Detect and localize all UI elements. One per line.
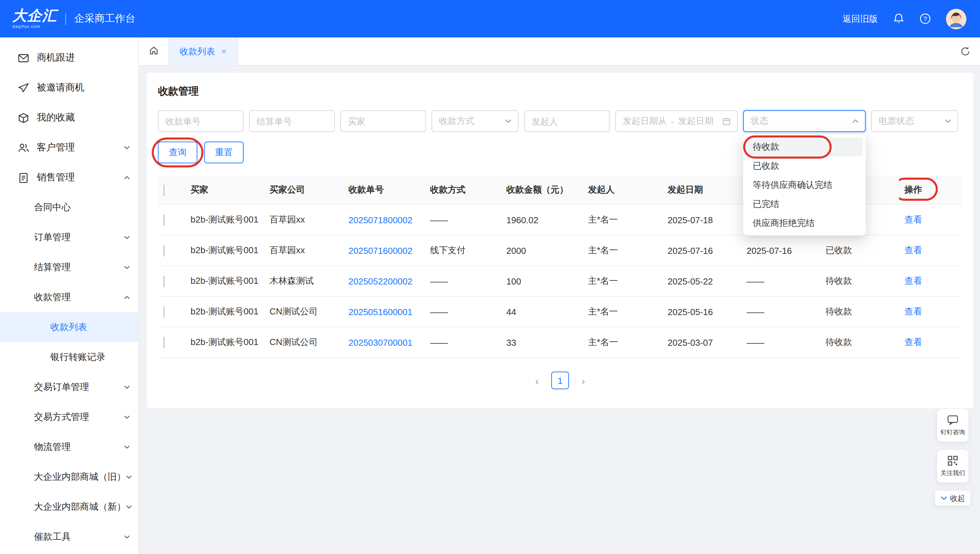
- cell-buyer: b2b-测试账号001: [185, 296, 264, 327]
- chevron-up-icon: [852, 119, 859, 123]
- receipt-no-link[interactable]: 2025052200002: [348, 276, 412, 286]
- receipt-no-input[interactable]: [158, 110, 243, 132]
- reset-button[interactable]: 重置: [204, 142, 243, 163]
- buyer-input[interactable]: [340, 110, 426, 132]
- settlement-no-input[interactable]: [249, 110, 335, 132]
- sidebar-item-receipt-list[interactable]: 收款列表: [0, 312, 138, 342]
- sidebar-item-customer-management[interactable]: 客户管理: [0, 133, 138, 162]
- sidebar-item-label: 大企业内部商城（新）: [34, 501, 126, 513]
- table-row: b2b-测试账号001 木林森测试 2025052200002 —— 100 主…: [158, 266, 962, 296]
- initiator-input[interactable]: [524, 110, 610, 132]
- sidebar-item-label: 物流管理: [34, 441, 71, 453]
- sidebar-item-receipt-management[interactable]: 收款管理: [0, 282, 138, 312]
- payment-method-select[interactable]: 收款方式: [431, 110, 519, 132]
- cell-amount: 44: [501, 296, 582, 327]
- sidebar-item-label: 交易订单管理: [34, 381, 89, 393]
- user-avatar[interactable]: [946, 8, 966, 29]
- cell-initiator: 主*名一: [582, 327, 662, 358]
- refresh-icon[interactable]: [960, 46, 970, 56]
- view-link[interactable]: 查看: [904, 337, 922, 347]
- receipt-no-link[interactable]: 2025071800002: [348, 215, 412, 225]
- sidebar-item-trade-order-management[interactable]: 交易订单管理: [0, 372, 138, 402]
- chat-icon: [947, 414, 959, 426]
- sidebar-item-logistics-management[interactable]: 物流管理: [0, 432, 138, 462]
- chevron-down-icon: [124, 445, 130, 449]
- cell-company: 百草园xx: [264, 205, 343, 235]
- receipt-no-link[interactable]: 2025051600001: [348, 307, 412, 317]
- sidebar-item-label: 被邀请商机: [37, 82, 84, 94]
- row-checkbox[interactable]: [163, 214, 165, 226]
- row-checkbox[interactable]: [163, 275, 165, 287]
- chevron-down-icon: [124, 535, 130, 539]
- help-icon[interactable]: ?: [920, 13, 931, 24]
- initiate-date-range-picker[interactable]: 发起日期从 - 发起日期: [615, 110, 738, 132]
- tab-receipt-list[interactable]: 收款列表 ×: [169, 37, 238, 65]
- dingtalk-consult-button[interactable]: 钉钉咨询: [937, 409, 969, 442]
- dingtalk-consult-label: 钉钉咨询: [940, 428, 965, 437]
- pagination-prev[interactable]: ‹: [528, 372, 546, 389]
- pagination-next[interactable]: ›: [574, 372, 592, 389]
- status-option-received[interactable]: 已收款: [746, 156, 863, 175]
- tab-close-icon[interactable]: ×: [221, 46, 226, 56]
- view-link[interactable]: 查看: [904, 214, 922, 224]
- sidebar-item-invited-opportunities[interactable]: 被邀请商机: [0, 73, 138, 103]
- sidebar-item-bank-transfer-records[interactable]: 银行转账记录: [0, 342, 138, 372]
- sidebar-item-label: 交易方式管理: [34, 411, 89, 423]
- row-checkbox[interactable]: [163, 337, 165, 348]
- chevron-down-icon: [126, 505, 132, 509]
- cell-company: 百草园xx: [264, 235, 343, 266]
- pagination: ‹ 1 ›: [158, 372, 962, 389]
- receipt-no-link[interactable]: 2025030700001: [348, 337, 412, 347]
- cell-initiator: 主*名一: [582, 205, 662, 235]
- status-option-supplier-rejected[interactable]: 供应商拒绝完结: [746, 214, 863, 233]
- view-link[interactable]: 查看: [904, 245, 922, 255]
- view-link[interactable]: 查看: [904, 306, 922, 317]
- receipt-no-link[interactable]: 2025071600002: [348, 245, 412, 256]
- sidebar-item-label: 收款管理: [34, 291, 71, 304]
- chevron-down-icon: [124, 415, 130, 419]
- cell-method: ——: [425, 266, 501, 296]
- row-checkbox[interactable]: [163, 306, 165, 317]
- sidebar: 商机跟进 被邀请商机 我的收藏 客户管理 销售管理 合同中心: [0, 37, 139, 554]
- content-area: 收款管理 收款方式 发起日期从 -: [139, 66, 980, 554]
- chevron-down-icon: [124, 266, 130, 269]
- sidebar-item-business-follow[interactable]: 商机跟进: [0, 43, 138, 73]
- sidebar-item-internal-mall-new[interactable]: 大企业内部商城（新）: [0, 492, 138, 522]
- tab-home[interactable]: [139, 37, 169, 65]
- bell-icon[interactable]: [893, 13, 904, 24]
- sidebar-item-label: 销售管理: [37, 172, 75, 184]
- follow-us-button[interactable]: 关注我们: [937, 450, 969, 482]
- sidebar-item-sales-management[interactable]: 销售管理: [0, 162, 138, 193]
- chevron-down-icon: [124, 236, 130, 240]
- workspace-title: 企采商工作台: [74, 12, 135, 25]
- cell-amount: 33: [501, 327, 582, 358]
- sidebar-item-trade-method-management[interactable]: 交易方式管理: [0, 402, 138, 432]
- status-select[interactable]: 状态: [743, 110, 865, 132]
- row-checkbox[interactable]: [163, 245, 165, 256]
- pagination-page-1[interactable]: 1: [551, 372, 569, 389]
- sidebar-item-contract-center[interactable]: 合同中心: [0, 193, 138, 223]
- sidebar-item-settlement-management[interactable]: 结算管理: [0, 253, 138, 282]
- einvoice-status-select[interactable]: 电票状态: [871, 110, 958, 132]
- status-option-pending[interactable]: 待收款: [746, 137, 863, 156]
- sidebar-item-payment-reminder-tool[interactable]: 催款工具: [0, 522, 138, 552]
- sidebar-item-my-favorites[interactable]: 我的收藏: [0, 103, 138, 133]
- sidebar-item-label: 商机跟进: [37, 52, 75, 64]
- search-button[interactable]: 查询: [158, 142, 197, 163]
- col-receipt-no: 收款单号: [343, 175, 425, 205]
- sidebar-item-internal-mall-old[interactable]: 大企业内部商城（旧）: [0, 462, 138, 492]
- status-option-completed[interactable]: 已完结: [746, 195, 863, 214]
- view-link[interactable]: 查看: [904, 275, 922, 286]
- status-dropdown: 待收款 已收款 等待供应商确认完结 已完结: [743, 135, 865, 236]
- select-all-checkbox[interactable]: [163, 184, 165, 196]
- collapse-button[interactable]: 收起: [935, 491, 970, 506]
- date-separator: -: [671, 116, 674, 126]
- send-icon: [18, 82, 29, 94]
- status-option-waiting-supplier-confirm[interactable]: 等待供应商确认完结: [746, 175, 863, 195]
- svg-text:?: ?: [924, 15, 927, 22]
- sidebar-item-order-management[interactable]: 订单管理: [0, 223, 138, 253]
- back-to-old-version-link[interactable]: 返回旧版: [843, 13, 878, 25]
- chevron-down-icon: [124, 385, 130, 389]
- users-icon: [18, 142, 29, 153]
- cell-method: ——: [425, 327, 501, 358]
